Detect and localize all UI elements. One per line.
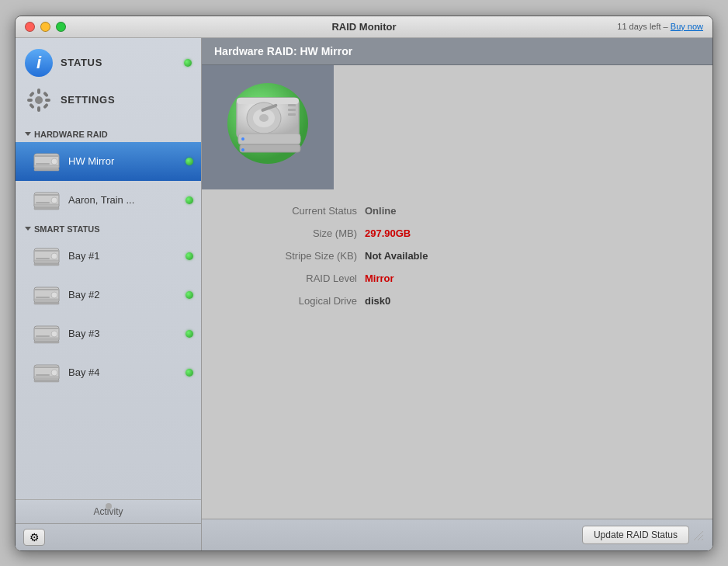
svg-point-57 [241,137,244,141]
sidebar-item-settings[interactable]: SETTINGS [16,82,201,119]
svg-point-41 [51,370,57,376]
svg-rect-14 [34,168,59,171]
svg-rect-55 [238,134,300,144]
svg-rect-54 [288,113,296,116]
sidebar-item-bay2[interactable]: Bay #2 [16,276,201,314]
gear-icon [25,86,53,114]
bay2-drive-icon [31,280,62,311]
main-bottom-bar: Update RAID Status [202,519,712,550]
bay3-label: Bay #3 [68,328,179,339]
svg-rect-42 [36,374,50,376]
svg-line-59 [694,531,703,540]
bay2-status [185,291,193,299]
sidebar-item-bay4[interactable]: Bay #4 [16,353,201,392]
bay1-label: Bay #1 [68,250,179,262]
window-title: RAID Monitor [331,21,396,33]
panel-body: Current Status Online Size (MB) 297.90GB… [202,65,712,519]
trial-text: 11 days left – [617,22,667,31]
svg-rect-44 [34,380,59,382]
svg-rect-38 [34,341,59,343]
current-status-row: Current Status Online [233,205,681,217]
activity-dot [106,503,112,509]
svg-rect-26 [34,263,59,266]
svg-rect-4 [45,99,50,102]
size-value: 297.90GB [365,227,411,239]
svg-rect-22 [34,250,59,252]
svg-rect-53 [288,109,296,111]
bay2-label: Bay #2 [68,289,179,300]
hw-mirror-drive-icon [31,146,62,177]
sidebar-item-aaron-train[interactable]: Aaron, Train ... [16,181,201,220]
svg-rect-34 [34,328,59,329]
bay4-drive-icon [31,357,62,388]
top-area [202,65,712,189]
zoom-button[interactable] [56,22,66,32]
info-section: Current Status Online Size (MB) 297.90GB… [202,189,712,519]
aaron-train-label: Aaron, Train ... [68,194,179,206]
sidebar-item-status[interactable]: i STATUS [16,44,201,82]
status-indicator [184,59,192,67]
smart-status-header: SMART STATUS [16,220,201,237]
content-area [334,65,712,189]
hardware-raid-header: HARDWARE RAID [16,125,201,142]
svg-rect-40 [34,366,59,368]
panel-title: Hardware RAID: HW Mirror [214,45,352,57]
triangle-icon [25,132,31,136]
main-window: RAID Monitor 11 days left – Buy now i ST… [15,16,713,551]
main-content: i STATUS [16,38,712,550]
current-status-value: Online [365,205,396,217]
sidebar-item-bay1[interactable]: Bay #1 [16,237,201,276]
raid-level-row: RAID Level Mirror [233,273,681,284]
svg-rect-30 [36,297,50,298]
size-label: Size (MB) [233,227,357,239]
stripe-label: Stripe Size (KB) [233,250,357,262]
svg-rect-18 [36,202,50,203]
bay3-status [185,330,193,338]
sidebar-item-hw-mirror[interactable]: HW Mirror [16,142,201,181]
status-label: STATUS [61,57,102,68]
sidebar-gear-button[interactable]: ⚙ [23,529,45,546]
svg-rect-16 [34,194,59,196]
svg-rect-7 [29,102,35,109]
buy-now-link[interactable]: Buy now [671,22,703,31]
bay1-drive-icon [31,241,62,272]
raid-level-label: RAID Level [233,273,357,284]
settings-label: SETTINGS [61,94,115,106]
sidebar-item-bay3[interactable]: Bay #3 [16,314,201,353]
svg-rect-2 [37,106,40,112]
svg-rect-10 [34,155,59,157]
trial-info: 11 days left – Buy now [617,22,703,31]
bay1-status [185,252,193,260]
logical-drive-value: disk0 [365,295,390,307]
minimize-button[interactable] [40,22,50,32]
svg-rect-5 [29,91,35,97]
logical-drive-row: Logical Drive disk0 [233,295,681,307]
svg-point-50 [259,114,269,122]
panel-header: Hardware RAID: HW Mirror [202,38,712,65]
title-bar: RAID Monitor 11 days left – Buy now [16,16,712,38]
hw-mirror-status [185,158,193,165]
bay3-drive-icon [31,318,62,349]
svg-rect-12 [36,163,50,165]
raid-icon [221,81,314,174]
update-raid-status-button[interactable]: Update RAID Status [582,526,689,544]
size-row: Size (MB) 297.90GB [233,227,681,239]
hardware-raid-label: HARDWARE RAID [34,130,108,139]
svg-rect-20 [34,207,59,210]
svg-rect-13 [34,165,59,168]
svg-line-61 [702,539,703,540]
svg-rect-24 [36,258,50,259]
svg-rect-3 [27,99,33,102]
svg-point-17 [51,197,57,203]
smart-status-label: SMART STATUS [34,224,100,234]
traffic-lights [25,22,66,32]
bay4-status [185,369,193,377]
close-button[interactable] [25,22,35,32]
sidebar-nav: i STATUS [16,38,201,125]
svg-point-58 [241,148,244,151]
svg-rect-8 [43,102,49,109]
svg-rect-25 [34,260,59,262]
icon-column [202,65,334,189]
sidebar-gear-icon: ⚙ [29,531,40,543]
hw-mirror-label: HW Mirror [68,155,179,167]
